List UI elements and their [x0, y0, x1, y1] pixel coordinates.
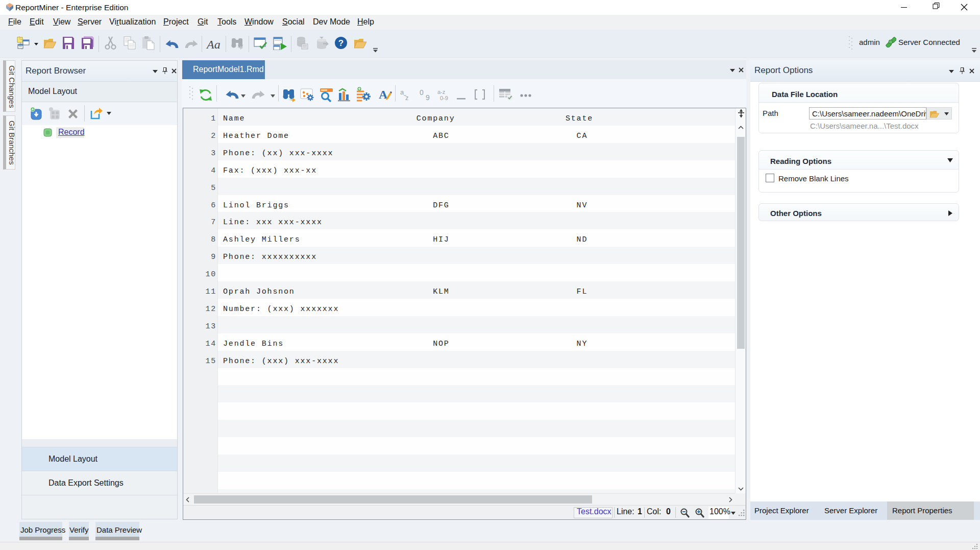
svg-text:9: 9 — [426, 93, 430, 101]
svg-text:0-9: 0-9 — [440, 95, 448, 101]
svg-text:?: ? — [338, 38, 344, 48]
svg-text:a: a — [400, 88, 404, 96]
svg-text:0: 0 — [420, 88, 424, 97]
svg-text:z: z — [405, 94, 409, 101]
svg-text:a-z: a-z — [437, 89, 445, 95]
